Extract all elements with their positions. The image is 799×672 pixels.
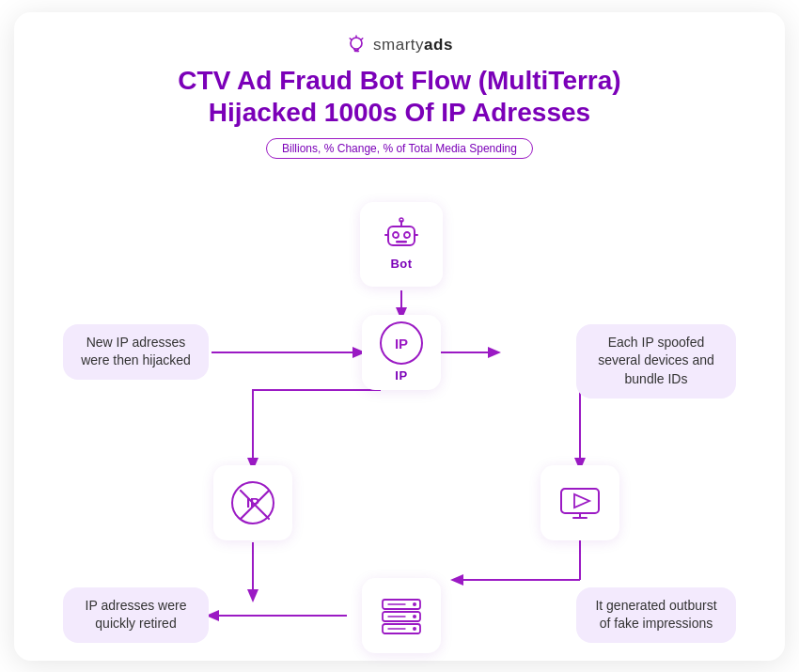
new-ip-bubble: New IP adresses were then hijacked [63,324,209,380]
bot-card: Bot [360,202,443,287]
svg-rect-22 [396,241,407,243]
svg-point-34 [413,627,416,631]
svg-point-0 [351,38,362,49]
svg-point-30 [413,602,416,606]
subtitle-badge: Billions, % Change, % of Total Media Spe… [266,138,533,159]
svg-marker-26 [574,494,589,508]
ip-retired-bubble: IP adresses were quickly retired [63,587,209,643]
logo-text: smartyads [373,36,453,55]
banned-ip-icon: IP [231,481,274,524]
svg-line-2 [350,38,351,39]
each-ip-bubble: Each IP spoofed several devices and bund… [576,324,736,399]
svg-point-16 [393,232,399,238]
ip-card: IP IP [362,315,441,390]
bot-label: Bot [390,257,412,271]
logo-row: smartyads [346,35,453,55]
video-card [540,465,619,540]
svg-point-32 [413,615,416,618]
logo-icon [346,35,367,55]
flow-diagram: Bot IP IP IP [44,176,755,642]
server-icon [379,596,424,635]
page-title: CTV Ad Fraud Bot Flow (MultiTerra)Hijack… [178,65,620,129]
svg-point-17 [404,232,410,238]
banned-ip-card: IP [213,465,292,540]
ip-icon: IP [380,321,423,365]
bot-icon [381,217,422,253]
fake-impressions-bubble: It generated outburst of fake impression… [576,587,736,643]
svg-line-3 [362,38,363,39]
ip-label: IP [395,368,407,383]
svg-rect-25 [561,489,599,513]
main-container: smartyads CTV Ad Fraud Bot Flow (MultiTe… [14,12,785,661]
video-icon [557,485,603,521]
server-card [362,578,441,653]
